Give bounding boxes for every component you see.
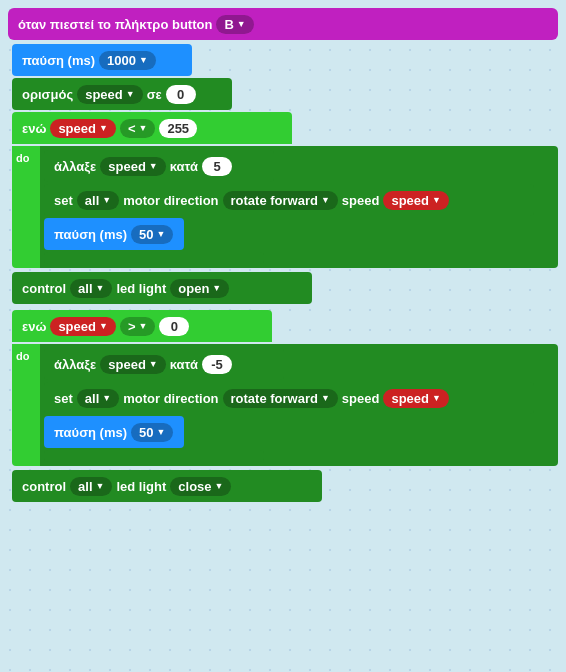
set-motor2-set: set bbox=[54, 391, 73, 406]
pause2-block: παύση (ms) 50 bbox=[44, 218, 184, 250]
speed-value[interactable]: 0 bbox=[166, 85, 196, 104]
while2-op[interactable]: > bbox=[120, 317, 156, 336]
control1-led: led light bbox=[116, 281, 166, 296]
set-motor2-motor: motor direction bbox=[123, 391, 218, 406]
set-motor2-block: set all motor direction rotate forward s… bbox=[44, 382, 534, 414]
while1-var[interactable]: speed bbox=[50, 119, 116, 138]
set-motor1-block: set all motor direction rotate forward s… bbox=[44, 184, 534, 216]
blocks-workspace: όταν πιεστεί το πλήκτρο button B παύση (… bbox=[8, 8, 558, 504]
control1-block: control all led light open bbox=[12, 272, 312, 304]
change2-label: άλλαξε bbox=[54, 357, 96, 372]
control2-led: led light bbox=[116, 479, 166, 494]
while2-block: ενώ speed > 0 bbox=[12, 310, 272, 342]
control2-all[interactable]: all bbox=[70, 477, 112, 496]
change2-block: άλλαξε speed κατά -5 bbox=[44, 348, 284, 380]
while2-value[interactable]: 0 bbox=[159, 317, 189, 336]
change2-value[interactable]: -5 bbox=[202, 355, 232, 374]
while1-block: ενώ speed < 255 bbox=[12, 112, 292, 144]
set-motor1-speed-label: speed bbox=[342, 193, 380, 208]
pause3-value[interactable]: 50 bbox=[131, 423, 173, 442]
set-motor2-speed[interactable]: speed bbox=[383, 389, 449, 408]
control1-state[interactable]: open bbox=[170, 279, 229, 298]
control2-state[interactable]: close bbox=[170, 477, 231, 496]
trigger-block: όταν πιεστεί το πλήκτρο button B bbox=[8, 8, 558, 40]
set-speed-label: ορισμός bbox=[22, 87, 73, 102]
spacer2 bbox=[44, 450, 264, 462]
set-motor2-direction[interactable]: rotate forward bbox=[223, 389, 338, 408]
set-motor1-set: set bbox=[54, 193, 73, 208]
pause3-label: παύση (ms) bbox=[54, 425, 127, 440]
pause2-value[interactable]: 50 bbox=[131, 225, 173, 244]
control1-label: control bbox=[22, 281, 66, 296]
change1-connector: κατά bbox=[170, 159, 198, 174]
change1-label: άλλαξε bbox=[54, 159, 96, 174]
spacer1 bbox=[44, 252, 264, 264]
set-speed-connector: σε bbox=[147, 87, 162, 102]
control2-block: control all led light close bbox=[12, 470, 322, 502]
set-motor2-all[interactable]: all bbox=[77, 389, 119, 408]
change2-var[interactable]: speed bbox=[100, 355, 166, 374]
pause1-block: παύση (ms) 1000 bbox=[12, 44, 192, 76]
do2-label: do bbox=[12, 346, 40, 366]
change2-connector: κατά bbox=[170, 357, 198, 372]
pause3-block: παύση (ms) 50 bbox=[44, 416, 184, 448]
while1-label: ενώ bbox=[22, 121, 46, 136]
trigger-label: όταν πιεστεί το πλήκτρο button bbox=[18, 17, 212, 32]
button-dropdown[interactable]: B bbox=[216, 15, 253, 34]
set-motor2-speed-label: speed bbox=[342, 391, 380, 406]
do1-label: do bbox=[12, 148, 40, 168]
set-motor1-direction[interactable]: rotate forward bbox=[223, 191, 338, 210]
set-speed-block: ορισμός speed σε 0 bbox=[12, 78, 232, 110]
control1-all[interactable]: all bbox=[70, 279, 112, 298]
set-motor1-speed[interactable]: speed bbox=[383, 191, 449, 210]
pause1-label: παύση (ms) bbox=[22, 53, 95, 68]
control2-label: control bbox=[22, 479, 66, 494]
pause2-label: παύση (ms) bbox=[54, 227, 127, 242]
change1-block: άλλαξε speed κατά 5 bbox=[44, 150, 274, 182]
while2-var[interactable]: speed bbox=[50, 317, 116, 336]
speed-var-dropdown[interactable]: speed bbox=[77, 85, 143, 104]
while2-label: ενώ bbox=[22, 319, 46, 334]
set-motor1-all[interactable]: all bbox=[77, 191, 119, 210]
pause1-value[interactable]: 1000 bbox=[99, 51, 156, 70]
while1-value[interactable]: 255 bbox=[159, 119, 197, 138]
change1-value[interactable]: 5 bbox=[202, 157, 232, 176]
change1-var[interactable]: speed bbox=[100, 157, 166, 176]
while1-op[interactable]: < bbox=[120, 119, 156, 138]
set-motor1-motor: motor direction bbox=[123, 193, 218, 208]
